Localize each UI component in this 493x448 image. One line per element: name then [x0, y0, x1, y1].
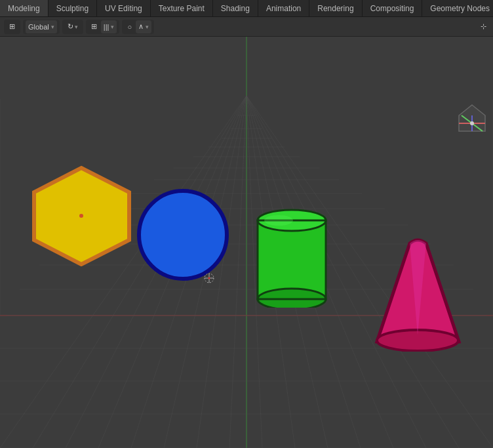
transform-pivot-group: ↻ ▾: [62, 20, 83, 34]
tab-compositing[interactable]: Compositing: [363, 0, 423, 16]
3d-cursor: [203, 272, 215, 284]
tab-uv-editing[interactable]: UV Editing: [97, 0, 151, 16]
snap-options-dropdown[interactable]: ||| ▾: [101, 20, 117, 33]
editor-type-button[interactable]: ⊞: [7, 21, 18, 33]
proportional-edit-group: ○ ∧ ▾: [122, 20, 154, 34]
pivot-chevron-icon: ▾: [75, 24, 78, 30]
cylinder-object[interactable]: [252, 199, 331, 308]
svg-point-56: [470, 121, 474, 125]
snap-chevron-icon: ▾: [111, 24, 114, 30]
svg-point-41: [139, 191, 227, 279]
workspace-tabs: Modeling Sculpting UV Editing Texture Pa…: [0, 0, 493, 17]
circle-object[interactable]: [136, 188, 231, 283]
transform-orientation-label: Global: [28, 23, 49, 31]
tab-shading[interactable]: Shading: [213, 0, 258, 16]
viewport-toolbar: ⊞ Global ▾ ↻ ▾ ⊞ ||| ▾ ○ ∧ ▾: [0, 17, 493, 37]
tab-sculpting[interactable]: Sculpting: [49, 0, 97, 16]
proportional-chevron-icon: ▾: [146, 24, 149, 30]
header-right: ⊹: [478, 21, 489, 33]
transform-pivot-button[interactable]: ↻ ▾: [65, 21, 81, 33]
snap-toggle-button[interactable]: ⊞: [89, 21, 100, 33]
tab-animation[interactable]: Animation: [258, 0, 309, 16]
transform-orientation-group: Global ▾: [23, 20, 60, 34]
transform-orientation-dropdown[interactable]: Global ▾: [26, 20, 57, 33]
tab-texture-paint[interactable]: Texture Paint: [151, 0, 213, 16]
viewport-navigation-gizmo[interactable]: [456, 102, 488, 134]
tab-geometry-nodes[interactable]: Geometry Nodes: [422, 0, 493, 16]
svg-point-40: [79, 214, 83, 218]
snap-group: ⊞ ||| ▾: [86, 20, 120, 34]
overlay-icon: ⊹: [481, 22, 486, 31]
snap-icon: ⊞: [91, 22, 97, 31]
hexagon-object[interactable]: [28, 165, 136, 266]
proportional-options-icon: ∧: [138, 22, 144, 31]
3d-viewport[interactable]: [0, 37, 493, 448]
svg-point-51: [208, 277, 210, 279]
overlay-button[interactable]: ⊹: [478, 21, 489, 33]
pivot-icon: ↻: [68, 22, 73, 31]
proportional-icon: ○: [127, 23, 132, 31]
proportional-options-dropdown[interactable]: ∧ ▾: [136, 20, 151, 33]
snap-options-icon: |||: [104, 23, 109, 31]
editor-type-icon: ⊞: [9, 22, 15, 31]
tab-rendering[interactable]: Rendering: [309, 0, 362, 16]
editor-type-group: ⊞: [4, 20, 20, 34]
chevron-down-icon: ▾: [51, 24, 54, 30]
proportional-edit-button[interactable]: ○: [125, 21, 134, 33]
svg-point-46: [264, 215, 293, 226]
cone-object[interactable]: [367, 230, 469, 352]
tab-modeling[interactable]: Modeling: [0, 0, 49, 16]
